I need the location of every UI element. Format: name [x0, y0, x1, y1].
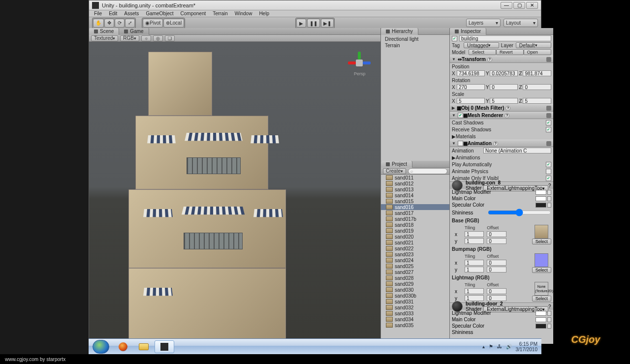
tray-flag-icon[interactable]: ⚑: [489, 344, 493, 349]
layers-dropdown[interactable]: Layers▾: [466, 19, 501, 27]
menu-component[interactable]: Component: [178, 11, 209, 16]
transform-header[interactable]: ▼⇔ Transform?: [450, 56, 553, 63]
taskbar-unity[interactable]: [155, 340, 174, 353]
step-button[interactable]: ▶❚: [321, 19, 334, 28]
pos-x-field[interactable]: 734.6198: [457, 70, 485, 76]
bump-texture-select[interactable]: Select: [532, 267, 551, 273]
specular-color[interactable]: [536, 203, 546, 208]
menu-help[interactable]: Help: [256, 11, 272, 16]
tray-date[interactable]: 3/17/2010: [516, 347, 538, 352]
animation-clip-field[interactable]: None (Animation C: [483, 148, 551, 153]
window-titlebar[interactable]: Unity - building.unity - combatExtream* …: [89, 0, 541, 10]
menu-window[interactable]: Window: [232, 11, 255, 16]
scene-audio-toggle[interactable]: ◎: [153, 35, 163, 41]
project-item[interactable]: sand028: [381, 275, 449, 281]
cast-shadows-checkbox[interactable]: ✔: [546, 120, 551, 125]
color-picker-icon[interactable]: [547, 203, 551, 208]
scene-viewport[interactable]: Persp: [89, 42, 380, 344]
project-item[interactable]: sand025: [381, 263, 449, 269]
project-item[interactable]: sand027: [381, 269, 449, 275]
taskbar-explorer[interactable]: [134, 340, 154, 353]
color-picker-icon[interactable]: [547, 190, 551, 195]
animation-enabled-checkbox[interactable]: [458, 141, 463, 146]
project-item[interactable]: sand030b: [381, 293, 449, 299]
light-offset-y[interactable]: 0: [487, 295, 506, 301]
project-item[interactable]: sand015: [381, 198, 449, 204]
bump-tiling-x[interactable]: 1: [465, 260, 484, 266]
layout-dropdown[interactable]: Layout▾: [504, 19, 538, 27]
tab-game[interactable]: Game: [119, 28, 149, 35]
bump-offset-x[interactable]: 0: [487, 260, 506, 266]
rot-x-field[interactable]: 270: [457, 84, 485, 90]
layer-dropdown[interactable]: Default ▾: [516, 42, 551, 48]
move-tool[interactable]: ✥: [104, 19, 114, 28]
material-header[interactable]: building-door_2 ShaderExternalLightmappi…: [450, 303, 553, 310]
base-texture-select[interactable]: Select: [532, 239, 551, 244]
project-item[interactable]: sand017b: [381, 216, 449, 222]
mesh-renderer-enabled-checkbox[interactable]: ✔: [458, 113, 463, 118]
scale-tool[interactable]: ⤢: [125, 19, 135, 28]
color-picker-icon[interactable]: [547, 196, 551, 201]
play-auto-checkbox[interactable]: ✔: [546, 162, 551, 167]
light-offset-x[interactable]: 0: [487, 288, 506, 294]
rot-y-field[interactable]: 0: [490, 84, 518, 90]
pivot-toggle[interactable]: ◉Pivot: [143, 19, 163, 28]
pause-button[interactable]: ❚❚: [307, 19, 320, 28]
start-button[interactable]: [93, 340, 109, 354]
tray-volume-icon[interactable]: 🔊: [506, 344, 512, 349]
maximize-button[interactable]: ▢: [513, 2, 525, 9]
gizmo-y-axis[interactable]: [358, 52, 361, 60]
scale-z-field[interactable]: 5: [523, 98, 551, 104]
project-item[interactable]: sand035: [381, 322, 449, 328]
menu-file[interactable]: File: [91, 11, 105, 16]
shininess-slider[interactable]: [488, 209, 551, 216]
play-button[interactable]: ▶: [296, 19, 306, 28]
help-icon[interactable]: ?: [505, 106, 510, 111]
minimize-button[interactable]: —: [501, 2, 512, 9]
lightmap-modifier-color[interactable]: [536, 311, 546, 316]
project-item[interactable]: sand020: [381, 234, 449, 240]
base-offset-x[interactable]: 0: [487, 231, 506, 237]
gear-icon[interactable]: [546, 113, 551, 118]
taskbar-firefox[interactable]: [113, 340, 133, 353]
scene-light-toggle[interactable]: ☼: [141, 35, 151, 41]
project-item[interactable]: sand019: [381, 228, 449, 234]
project-item[interactable]: sand034: [381, 316, 449, 322]
lightmap-modifier-color[interactable]: [536, 190, 546, 195]
project-item[interactable]: sand013: [381, 186, 449, 192]
tab-project[interactable]: Project: [381, 161, 412, 168]
mesh-renderer-header[interactable]: ▼✔ ▦ Mesh Renderer?: [450, 112, 553, 119]
project-item[interactable]: sand024: [381, 257, 449, 263]
base-tiling-x[interactable]: 1: [465, 231, 484, 237]
help-icon[interactable]: ?: [487, 57, 492, 62]
hand-tool[interactable]: ✋: [93, 19, 104, 28]
render-mode-dropdown[interactable]: RGB ▾: [120, 35, 139, 41]
project-search-input[interactable]: ⌕: [408, 168, 447, 174]
gear-icon[interactable]: [546, 57, 551, 62]
project-item[interactable]: sand029: [381, 281, 449, 287]
base-texture-swatch[interactable]: [535, 225, 548, 239]
help-icon[interactable]: ?: [504, 113, 509, 118]
pos-z-field[interactable]: 981.874: [523, 70, 551, 76]
local-toggle[interactable]: ⊕Local: [163, 19, 184, 28]
create-dropdown[interactable]: Create ▾: [383, 168, 406, 174]
tab-hierarchy[interactable]: Hierarchy: [381, 28, 418, 35]
hierarchy-item[interactable]: Terrain: [382, 42, 448, 49]
object-name-field[interactable]: building: [459, 35, 551, 41]
tab-inspector[interactable]: Inspector: [450, 28, 486, 35]
project-item[interactable]: sand023: [381, 251, 449, 257]
main-color[interactable]: [536, 196, 546, 201]
menu-assets[interactable]: Assets: [121, 11, 142, 16]
animations-array-label[interactable]: Animations: [456, 155, 480, 160]
project-item[interactable]: sand018: [381, 222, 449, 228]
rot-z-field[interactable]: 0: [523, 84, 551, 90]
orientation-gizmo[interactable]: Persp: [347, 51, 372, 75]
project-list[interactable]: sand011sand012sand013sand014sand015sand0…: [381, 175, 449, 344]
project-item[interactable]: sand016: [381, 204, 449, 210]
gizmo-z-axis[interactable]: [363, 61, 371, 64]
bump-texture-swatch[interactable]: [535, 253, 548, 267]
hierarchy-item[interactable]: Directional light: [382, 36, 448, 42]
project-item[interactable]: sand021: [381, 240, 449, 245]
project-item[interactable]: sand031: [381, 299, 449, 304]
materials-label[interactable]: Materials: [456, 134, 476, 139]
